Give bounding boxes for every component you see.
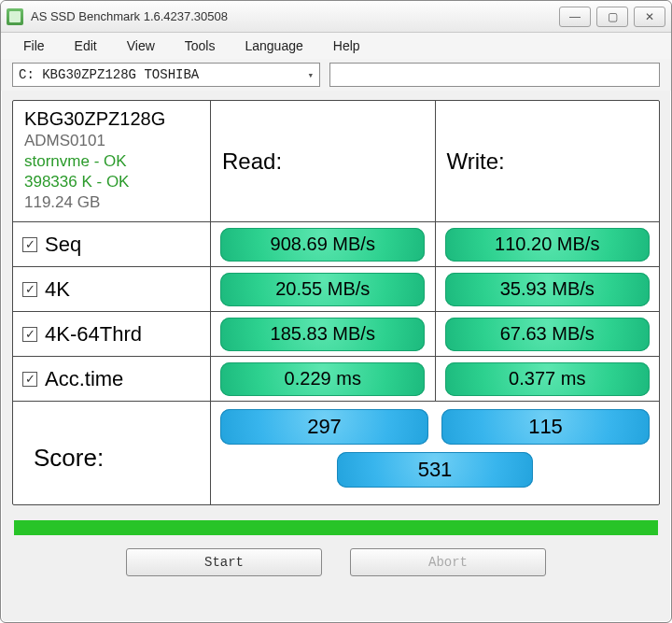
- 4k-read-value: 20.55 MB/s: [220, 273, 425, 306]
- minimize-icon: —: [569, 10, 581, 23]
- 4k64-read-value: 185.83 MB/s: [220, 318, 425, 351]
- maximize-icon: ▢: [608, 10, 618, 23]
- test-label-seq: Seq: [45, 233, 81, 257]
- close-icon: ✕: [645, 10, 654, 23]
- test-row-4k64: ✓ 4K-64Thrd 185.83 MB/s 67.63 MB/s: [13, 312, 659, 357]
- seq-read-value: 908.69 MB/s: [220, 228, 425, 262]
- checkbox-seq[interactable]: ✓: [22, 237, 37, 252]
- 4k-write-value: 35.93 MB/s: [445, 273, 650, 306]
- test-row-seq: ✓ Seq 908.69 MB/s 110.20 MB/s: [13, 222, 659, 267]
- drive-capacity: 119.24 GB: [24, 193, 199, 212]
- drive-model: KBG30ZPZ128G: [24, 108, 199, 130]
- chevron-down-icon: ▾: [307, 69, 314, 81]
- menubar: File Edit View Tools Language Help: [1, 33, 671, 59]
- score-label: Score:: [22, 434, 115, 473]
- drive-select[interactable]: C: KBG30ZPZ128G TOSHIBA ▾: [12, 63, 320, 87]
- drive-select-value: C: KBG30ZPZ128G TOSHIBA: [19, 67, 199, 82]
- score-read: 297: [220, 409, 428, 445]
- menu-file[interactable]: File: [8, 35, 60, 57]
- acc-write-value: 0.377 ms: [445, 362, 650, 396]
- test-label-acc: Acc.time: [45, 367, 123, 391]
- filter-input[interactable]: [329, 63, 660, 87]
- app-icon: [7, 8, 23, 25]
- score-total: 531: [337, 452, 533, 488]
- score-row: Score: 297 115 531: [13, 402, 659, 504]
- drive-info: KBG30ZPZ128G ADMS0101 stornvme - OK 3983…: [13, 101, 211, 221]
- menu-tools[interactable]: Tools: [170, 35, 231, 57]
- results-grid: KBG30ZPZ128G ADMS0101 stornvme - OK 3983…: [12, 100, 660, 505]
- close-button[interactable]: ✕: [634, 7, 665, 27]
- progress-bar: [14, 520, 658, 535]
- checkbox-4k64[interactable]: ✓: [22, 327, 37, 342]
- window-controls: — ▢ ✕: [559, 7, 665, 27]
- alignment-status: 398336 K - OK: [24, 173, 199, 191]
- menu-help[interactable]: Help: [318, 35, 375, 57]
- menu-language[interactable]: Language: [230, 35, 317, 57]
- acc-read-value: 0.229 ms: [220, 362, 425, 396]
- test-row-4k: ✓ 4K 20.55 MB/s 35.93 MB/s: [13, 267, 659, 312]
- seq-write-value: 110.20 MB/s: [445, 228, 650, 262]
- menu-view[interactable]: View: [112, 35, 170, 57]
- header-row: KBG30ZPZ128G ADMS0101 stornvme - OK 3983…: [13, 101, 659, 222]
- checkbox-acc[interactable]: ✓: [22, 372, 37, 387]
- menu-edit[interactable]: Edit: [60, 35, 112, 57]
- driver-status: stornvme - OK: [24, 152, 199, 171]
- window-title: AS SSD Benchmark 1.6.4237.30508: [31, 9, 228, 23]
- read-header: Read:: [211, 101, 436, 221]
- start-button[interactable]: Start: [126, 548, 322, 576]
- 4k64-write-value: 67.63 MB/s: [445, 318, 650, 351]
- score-values: 297 115 531: [211, 402, 659, 504]
- score-write: 115: [441, 409, 650, 445]
- minimize-button[interactable]: —: [559, 7, 591, 27]
- write-header: Write:: [436, 101, 660, 221]
- button-bar: Start Abort: [1, 541, 671, 589]
- test-label-4k: 4K: [45, 277, 70, 302]
- test-row-acc: ✓ Acc.time 0.229 ms 0.377 ms: [13, 357, 659, 402]
- titlebar: AS SSD Benchmark 1.6.4237.30508 — ▢ ✕: [1, 1, 671, 33]
- toolbar: C: KBG30ZPZ128G TOSHIBA ▾: [1, 59, 671, 91]
- app-window: AS SSD Benchmark 1.6.4237.30508 — ▢ ✕ Fi…: [0, 0, 672, 623]
- checkbox-4k[interactable]: ✓: [22, 282, 37, 297]
- maximize-button[interactable]: ▢: [596, 7, 628, 27]
- abort-button: Abort: [350, 548, 546, 576]
- drive-firmware: ADMS0101: [24, 132, 199, 150]
- test-label-4k64: 4K-64Thrd: [45, 322, 142, 347]
